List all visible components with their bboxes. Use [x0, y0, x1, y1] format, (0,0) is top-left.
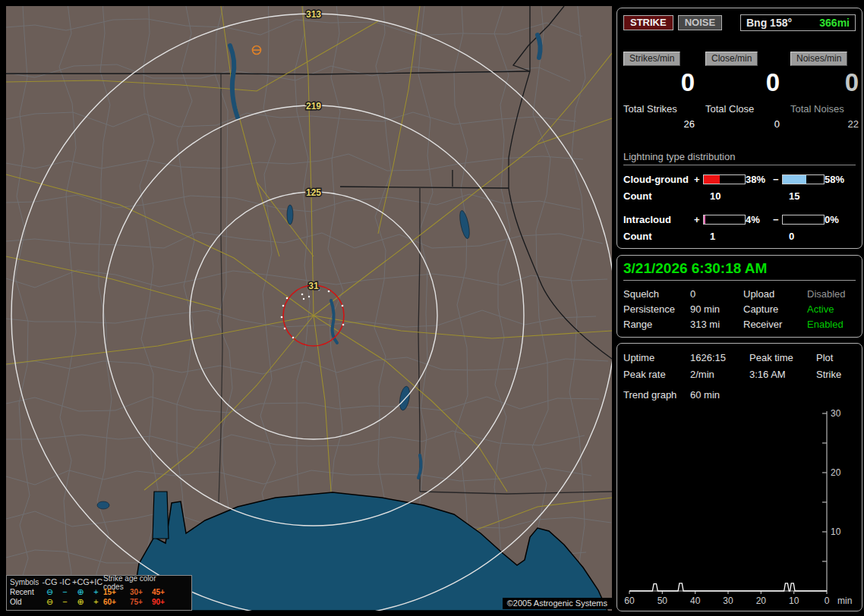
capture-label: Capture	[743, 302, 807, 317]
noises-per-min-badge: Noises/min	[790, 52, 847, 66]
age-code-15: 15+	[103, 588, 130, 596]
svg-text:20: 20	[831, 467, 841, 478]
svg-text:40: 40	[690, 596, 701, 606]
total-strikes-value: 26	[623, 118, 699, 130]
total-close-value: 0	[705, 118, 784, 130]
minus-sign: −	[773, 214, 782, 225]
age-code-75: 75+	[130, 598, 152, 606]
legend-recent-label: Recent	[10, 588, 42, 596]
map-canvas[interactable]: 313 219 125 31	[6, 6, 612, 611]
symbol-legend: Symbols -CG -IC +CG +IC Strike age color…	[6, 575, 192, 611]
plot-value: Strike	[816, 366, 856, 383]
strikes-per-min-badge: Strikes/min	[623, 52, 680, 66]
status-panel: 3/21/2026 6:30:18 AM Squelch 0 Upload Di…	[616, 255, 862, 338]
peak-rate-value: 2/min	[690, 366, 749, 383]
svg-text:30: 30	[831, 409, 841, 419]
plus-sign: +	[694, 174, 703, 185]
upload-status: Disabled	[807, 287, 856, 302]
range-value: 313 mi	[690, 317, 743, 332]
minus-sign: −	[773, 174, 782, 185]
old-neg-cg-icon: ⊖	[42, 598, 58, 606]
persistence-label: Persistence	[623, 302, 690, 317]
trend-graph-label: Trend graph	[623, 389, 690, 401]
cg-positive-bar	[703, 174, 746, 184]
uptime-label: Uptime	[623, 350, 690, 366]
cg-negative-bar	[782, 174, 825, 184]
svg-text:10: 10	[789, 596, 799, 606]
ring-label-31: 31	[308, 281, 319, 291]
svg-text:20: 20	[756, 596, 767, 606]
lightning-type-distribution: Lightning type distribution Cloud-ground…	[623, 151, 856, 242]
plot-label: Plot	[816, 350, 856, 366]
cloud-ground-label: Cloud-ground	[623, 174, 694, 185]
noises-per-min-column: Noises/min 0 Total Noises 22	[790, 51, 863, 130]
intracloud-label: Intracloud	[623, 214, 694, 225]
receiver-status: Enabled	[807, 317, 856, 332]
squelch-value: 0	[690, 287, 743, 302]
svg-text:30: 30	[723, 596, 733, 606]
legend-col-neg-ic: -IC	[58, 578, 72, 586]
recent-pos-cg-icon: ⊕	[72, 588, 89, 596]
trend-graph-canvas: 1020306050403020100min	[619, 409, 862, 609]
svg-text:10: 10	[831, 526, 841, 537]
ring-label-219: 219	[306, 101, 321, 112]
noises-per-min-value: 0	[790, 70, 863, 95]
svg-text:0: 0	[825, 596, 830, 606]
strike-toggle-button[interactable]: STRIKE	[623, 15, 673, 30]
datetime-display: 3/21/2026 6:30:18 AM	[623, 260, 856, 281]
upload-label: Upload	[743, 287, 807, 302]
legend-col-neg-cg: -CG	[42, 578, 58, 586]
cg-negative-count: 15	[782, 190, 825, 202]
close-per-min-badge: Close/min	[705, 52, 758, 66]
strikes-per-min-column: Strikes/min 0 Total Strikes 26	[623, 51, 699, 130]
capture-status: Active	[807, 302, 856, 317]
age-code-90: 90+	[152, 598, 176, 606]
cg-negative-pct: 58%	[825, 174, 853, 185]
recent-neg-ic-icon: −	[58, 588, 72, 596]
legend-col-pos-ic: +IC	[89, 578, 103, 586]
close-per-min-value: 0	[705, 70, 784, 95]
trend-panel: Uptime 1626:15 Peak time Plot Peak rate …	[616, 343, 862, 611]
legend-symbols-header: Symbols	[10, 578, 42, 586]
peak-rate-label: Peak rate	[623, 366, 690, 383]
ic-negative-pct: 0%	[825, 214, 853, 225]
cg-positive-pct: 38%	[746, 174, 773, 185]
total-noises-value: 22	[790, 118, 863, 130]
strikes-per-min-value: 0	[623, 70, 699, 95]
age-code-30: 30+	[130, 588, 152, 596]
ic-positive-pct: 4%	[746, 214, 773, 225]
old-pos-ic-icon: +	[89, 598, 103, 606]
bearing-readout: Bng 158° 366mi	[740, 14, 856, 31]
legend-col-pos-cg: +CG	[72, 578, 89, 586]
bearing-range-value: 366mi	[819, 17, 850, 29]
squelch-label: Squelch	[623, 287, 690, 302]
old-neg-ic-icon: −	[58, 598, 72, 606]
total-close-label: Total Close	[705, 103, 784, 115]
svg-text:50: 50	[657, 596, 668, 606]
trend-window-value: 60 min	[690, 389, 856, 401]
plus-sign: +	[694, 214, 703, 225]
strike-counters-panel: STRIKE NOISE Bng 158° 366mi Strikes/min …	[616, 8, 862, 249]
peak-time-label: Peak time	[749, 350, 816, 366]
recent-neg-cg-icon: ⊖	[42, 588, 58, 596]
lightning-map[interactable]: 313 219 125 31 Symbols -CG -IC +CG +IC S…	[6, 6, 612, 611]
cg-count-label: Count	[623, 190, 694, 202]
noise-toggle-button[interactable]: NOISE	[678, 15, 722, 30]
recent-pos-ic-icon: +	[89, 588, 103, 596]
age-code-45: 45+	[152, 588, 176, 596]
uptime-value: 1626:15	[690, 350, 749, 366]
distribution-title: Lightning type distribution	[623, 151, 856, 165]
ic-count-label: Count	[623, 231, 694, 242]
svg-text:60: 60	[624, 596, 635, 606]
total-noises-label: Total Noises	[790, 103, 863, 115]
old-pos-cg-icon: ⊕	[72, 598, 89, 606]
bearing-label: Bng 158°	[746, 17, 792, 29]
ic-positive-count: 1	[703, 231, 746, 242]
copyright-notice: ©2005 Astrogenic Systems	[503, 598, 612, 609]
close-per-min-column: Close/min 0 Total Close 0	[705, 51, 784, 130]
range-label: Range	[623, 317, 690, 332]
ring-label-125: 125	[306, 187, 321, 198]
ic-negative-count: 0	[782, 231, 825, 242]
age-code-60: 60+	[103, 598, 130, 606]
ring-label-313: 313	[306, 9, 321, 20]
